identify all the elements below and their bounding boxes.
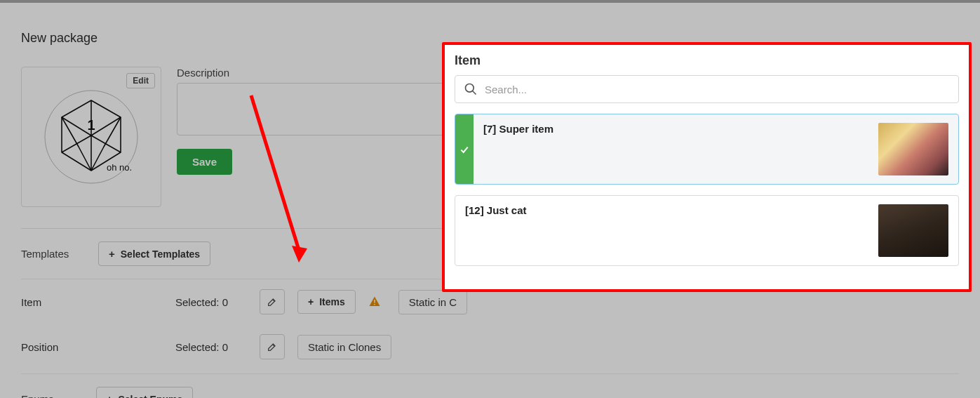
check-icon bbox=[459, 144, 470, 155]
item-picker-popup: Item [7] Super item [12] Just cat bbox=[442, 42, 972, 292]
search-icon bbox=[464, 82, 478, 96]
list-item[interactable]: [7] Super item bbox=[455, 114, 959, 185]
search-input[interactable] bbox=[485, 84, 950, 95]
list-item[interactable]: [12] Just cat bbox=[455, 195, 959, 266]
item-thumbnail bbox=[878, 204, 948, 257]
popup-title: Item bbox=[455, 53, 959, 68]
search-field[interactable] bbox=[455, 75, 959, 103]
item-thumbnail bbox=[878, 123, 948, 175]
selected-indicator bbox=[455, 114, 474, 184]
svg-line-11 bbox=[473, 91, 476, 95]
svg-point-10 bbox=[466, 84, 474, 93]
item-name: [12] Just cat bbox=[465, 204, 527, 216]
item-name: [7] Super item bbox=[483, 123, 553, 135]
